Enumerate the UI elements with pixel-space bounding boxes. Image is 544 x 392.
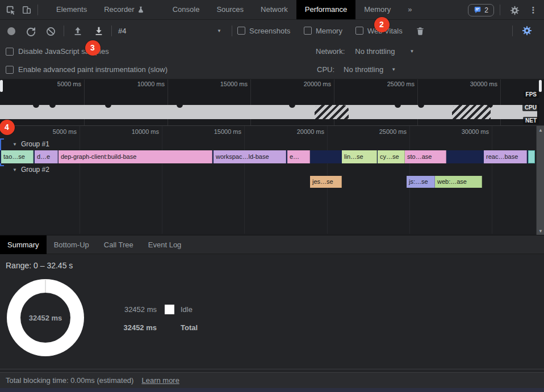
issues-counter[interactable]: 2 xyxy=(468,4,494,16)
expander-triangle-icon[interactable]: ▼ xyxy=(12,167,17,172)
lane-label-cpu: CPU xyxy=(522,104,539,111)
clear-recording-icon[interactable] xyxy=(45,26,56,36)
flame-event-bar[interactable]: d…e xyxy=(35,150,58,163)
flame-event-bar[interactable]: dep-graph-client:build-base xyxy=(58,150,212,163)
flame-event-bar[interactable]: workspac…ld-base xyxy=(214,150,286,163)
advanced-paint-checkbox[interactable] xyxy=(6,66,14,74)
performance-toolbar: #4 ▼ ScreenshotsMemoryWeb Vitals xyxy=(0,20,544,42)
flame-row-1: tao…sed…edep-graph-client:build-basework… xyxy=(0,150,536,163)
advanced-paint-label: Enable advanced paint instrumentation (s… xyxy=(18,65,168,74)
flame-event-bar[interactable]: tao…se xyxy=(1,150,34,163)
history-select[interactable]: #4 ▼ xyxy=(114,23,227,38)
divider xyxy=(64,26,64,36)
inspect-element-icon[interactable] xyxy=(5,5,16,16)
cpu-label: CPU: xyxy=(317,65,334,74)
more-options-icon[interactable]: ⋮ xyxy=(528,5,539,16)
details-tabbar: SummaryBottom-UpCall TreeEvent Log xyxy=(0,235,544,254)
overview-tick-label: 10000 ms xyxy=(137,81,168,87)
trash-icon[interactable] xyxy=(415,26,426,37)
group-header-1[interactable]: ▼Group #1 xyxy=(12,140,49,149)
expander-triangle-icon[interactable]: ▼ xyxy=(12,142,17,147)
legend-label: Total xyxy=(181,323,198,332)
divider xyxy=(37,5,38,15)
cpu-throttling-select[interactable]: No throttling xyxy=(344,65,383,74)
tab-recorder[interactable]: Recorder xyxy=(95,0,152,19)
flame-event-bar[interactable]: reac…base xyxy=(484,150,527,163)
tab-performance[interactable]: Performance xyxy=(296,0,355,19)
details-tab-call-tree[interactable]: Call Tree xyxy=(97,235,141,254)
timeline-tick-label: 5000 ms xyxy=(53,128,79,135)
flame-event-bar[interactable]: sto…ase xyxy=(405,150,446,163)
device-toolbar-icon[interactable] xyxy=(21,5,32,16)
checkbox-box[interactable] xyxy=(355,27,363,35)
lane-label-net: NET xyxy=(523,117,539,124)
chevron-down-icon[interactable]: ▼ xyxy=(391,67,396,72)
checkbox-memory[interactable]: Memory xyxy=(304,26,342,36)
divider xyxy=(232,26,232,36)
learn-more-link[interactable]: Learn more xyxy=(141,376,179,385)
save-profile-icon[interactable] xyxy=(93,26,104,37)
devtools-window: ElementsRecorderConsoleSourcesNetworkPer… xyxy=(0,0,544,392)
chevron-down-icon[interactable]: ▼ xyxy=(409,49,414,54)
flame-chart[interactable]: 5000 ms10000 ms15000 ms20000 ms25000 ms3… xyxy=(0,126,544,235)
network-label: Network: xyxy=(316,47,345,56)
overview-right-handle[interactable] xyxy=(539,80,542,92)
vertical-scrollbar[interactable]: ▲ ▼ xyxy=(536,126,544,235)
lane-label-fps: FPS xyxy=(524,91,539,98)
capture-settings-pane: Disable JavaScript samples Enable advanc… xyxy=(0,42,544,79)
flame-event-bar[interactable] xyxy=(528,150,535,163)
settings-gear-icon[interactable] xyxy=(509,5,520,16)
tab-console[interactable]: Console xyxy=(164,0,208,19)
load-profile-icon[interactable] xyxy=(72,26,83,37)
overview-cpu-activity xyxy=(0,105,537,119)
flame-event-bar[interactable]: js:…se xyxy=(407,176,435,188)
legend-value: 32452 ms xyxy=(117,323,157,332)
capture-settings-gear-icon[interactable] xyxy=(521,25,533,36)
timeline-tick-label: 15000 ms xyxy=(214,128,244,135)
tab-network[interactable]: Network xyxy=(252,0,296,19)
overview-left-handle[interactable] xyxy=(0,80,3,92)
cpu-dip-notch xyxy=(177,102,183,108)
timeline-tick-label: 25000 ms xyxy=(379,128,409,135)
disable-js-samples-checkbox[interactable] xyxy=(6,48,14,56)
timeline-overview[interactable]: 5000 ms10000 ms15000 ms20000 ms25000 ms3… xyxy=(0,79,544,126)
group-header-2[interactable]: ▼Group #2 xyxy=(12,165,49,174)
record-button[interactable] xyxy=(7,27,15,35)
tab-label: Memory xyxy=(364,0,391,19)
cpu-dip-notch xyxy=(418,102,424,108)
flame-event-bar[interactable]: jes…se xyxy=(310,176,342,188)
tab-memory[interactable]: Memory xyxy=(355,0,399,19)
cpu-dip-notch xyxy=(105,102,111,108)
group-label: Group #2 xyxy=(21,166,49,174)
tab-label: Recorder xyxy=(104,0,134,19)
tab-label: Network xyxy=(261,0,288,19)
details-tab-bottom-up[interactable]: Bottom-Up xyxy=(47,235,97,254)
legend-label: Idle xyxy=(181,305,193,314)
timeline-tick-label: 20000 ms xyxy=(297,128,327,135)
overview-tick-label: 25000 ms xyxy=(387,81,417,87)
tab-sources[interactable]: Sources xyxy=(208,0,252,19)
flame-event-bar[interactable]: cy…se xyxy=(378,150,405,163)
cpu-unattributed-hatch xyxy=(452,105,491,119)
tab-elements[interactable]: Elements xyxy=(48,0,95,19)
divider xyxy=(111,26,112,36)
flame-event-bar[interactable]: e… xyxy=(287,150,310,163)
checkbox-box[interactable] xyxy=(304,27,312,35)
network-throttling-select[interactable]: No throttling xyxy=(355,47,395,56)
tab-more-panels[interactable]: » xyxy=(399,0,420,19)
flame-event-bar[interactable]: web:…ase xyxy=(435,176,482,188)
reload-and-record-icon[interactable] xyxy=(26,26,36,36)
tab-label: Elements xyxy=(56,0,87,19)
scroll-up-icon[interactable]: ▲ xyxy=(537,128,544,133)
overview-tick-label: 15000 ms xyxy=(220,81,250,87)
flame-row-2: jes…sejs:…seweb:…ase xyxy=(0,176,536,188)
checkbox-box[interactable] xyxy=(237,27,245,35)
scroll-down-icon[interactable]: ▼ xyxy=(537,229,544,234)
flame-event-bar[interactable]: lin…se xyxy=(342,150,377,163)
devtools-tabbar: ElementsRecorderConsoleSourcesNetworkPer… xyxy=(0,0,544,20)
details-tab-summary[interactable]: Summary xyxy=(0,235,47,254)
details-tab-event-log[interactable]: Event Log xyxy=(141,235,189,254)
issues-icon xyxy=(474,6,482,14)
checkbox-screenshots[interactable]: Screenshots xyxy=(237,26,290,36)
donut-center-label: 32452 ms xyxy=(29,314,62,322)
